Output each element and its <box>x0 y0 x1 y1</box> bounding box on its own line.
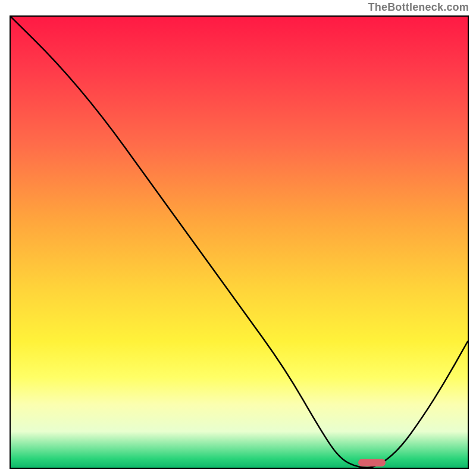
chart-frame <box>10 15 469 469</box>
minimum-marker <box>358 459 386 466</box>
watermark-text: TheBottleneck.com <box>368 1 469 14</box>
bottleneck-curve-path <box>11 17 468 468</box>
chart-curve-svg <box>11 17 468 468</box>
chart-plot-area <box>11 17 468 468</box>
